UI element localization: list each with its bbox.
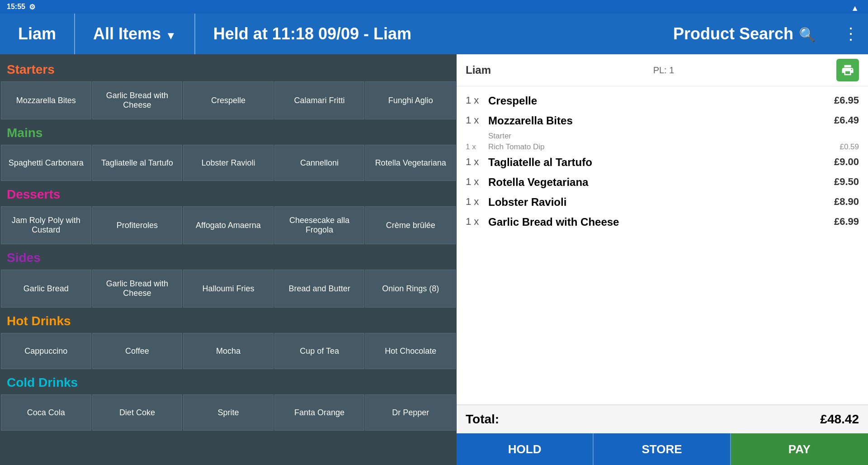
order-item-name: Rich Tomato Dip — [488, 142, 840, 152]
menu-item[interactable]: Cup of Tea — [274, 333, 365, 369]
order-actions: HOLD STORE PAY — [457, 433, 868, 465]
menu-item[interactable]: Crespelle — [183, 81, 274, 119]
category-selector[interactable]: All Items — [75, 14, 195, 54]
held-order-info: Held at 11:18 09/09 - Liam — [195, 24, 655, 43]
menu-item[interactable]: Cheesecake alla Frogola — [274, 206, 365, 244]
order-item-name: Crespelle — [488, 95, 834, 107]
menu-item[interactable]: Garlic Bread with Cheese — [92, 270, 183, 308]
status-bar: 15:55 ⚙ ▲ — [0, 0, 868, 14]
status-time: 15:55 — [7, 3, 25, 11]
order-item-price: £8.90 — [834, 196, 859, 208]
menu-grid-mains: Spaghetti CarbonaraTagliatelle al Tartuf… — [0, 144, 457, 182]
menu-item[interactable]: Jam Roly Poly with Custard — [1, 206, 91, 244]
menu-item[interactable]: Halloumi Fries — [183, 270, 274, 308]
menu-item[interactable]: Diet Coke — [92, 394, 183, 431]
order-item-qty: 1 x — [466, 95, 488, 106]
order-item-sub: 1 xRich Tomato Dip£0.59 — [457, 142, 868, 152]
menu-item[interactable]: Bread and Butter — [274, 270, 365, 308]
order-item-qty: 1 x — [466, 196, 488, 208]
order-item-name: Tagliatelle al Tartufo — [488, 156, 834, 169]
top-bar: Liam All Items Held at 11:18 09/09 - Lia… — [0, 14, 868, 54]
menu-item[interactable]: Tagliatelle al Tartufo — [92, 145, 183, 181]
order-items-list: 1 xCrespelle£6.951 xMozzarella Bites£6.4… — [457, 86, 868, 404]
print-button[interactable] — [836, 59, 859, 81]
menu-item[interactable]: Rotella Vegetariana — [365, 145, 456, 181]
menu-item[interactable]: Funghi Aglio — [365, 81, 456, 119]
menu-item[interactable]: Affogato Amaerna — [183, 206, 274, 244]
order-item-sublabel: Starter — [457, 131, 868, 142]
store-button[interactable]: STORE — [594, 433, 731, 465]
order-item-qty: 1 x — [466, 114, 488, 126]
menu-item[interactable]: Coca Cola — [1, 394, 91, 431]
category-header-starters: Starters — [0, 59, 457, 81]
category-header-desserts: Desserts — [0, 184, 457, 205]
menu-item[interactable]: Garlic Bread with Cheese — [92, 81, 183, 119]
order-item-price: £6.49 — [834, 114, 859, 126]
order-item[interactable]: 1 xMozzarella Bites£6.49 — [457, 111, 868, 131]
menu-item[interactable]: Calamari Fritti — [274, 81, 365, 119]
order-item[interactable]: 1 xTagliatelle al Tartufo£9.00 — [457, 152, 868, 172]
menu-grid-desserts: Jam Roly Poly with CustardProfiterolesAf… — [0, 205, 457, 245]
pay-button[interactable]: PAY — [731, 433, 868, 465]
search-icon — [799, 24, 816, 43]
category-header-mains: Mains — [0, 122, 457, 144]
menu-item[interactable]: Profiteroles — [92, 206, 183, 244]
menu-item[interactable]: Hot Chocolate — [365, 333, 456, 369]
menu-grid-sides: Garlic BreadGarlic Bread with CheeseHall… — [0, 269, 457, 308]
menu-grid-cold-drinks: Coca ColaDiet CokeSpriteFanta OrangeDr P… — [0, 394, 457, 432]
order-item-name: Mozzarella Bites — [488, 114, 834, 127]
order-item-qty: 1 x — [466, 176, 488, 188]
order-panel: Liam PL: 1 1 xCrespelle£6.951 xMozzarell… — [457, 54, 868, 465]
order-user: Liam — [466, 64, 491, 76]
total-amount: £48.42 — [820, 412, 859, 427]
menu-item[interactable]: Spaghetti Carbonara — [1, 145, 91, 181]
menu-grid-hot-drinks: CappuccinoCoffeeMochaCup of TeaHot Choco… — [0, 332, 457, 370]
order-item-price: £9.00 — [834, 156, 859, 168]
order-header: Liam PL: 1 — [457, 54, 868, 86]
product-search-button[interactable]: Product Search — [655, 24, 834, 43]
menu-item[interactable]: Onion Rings (8) — [365, 270, 456, 308]
order-item-name: Garlic Bread with Cheese — [488, 216, 834, 228]
menu-item[interactable]: Lobster Ravioli — [183, 145, 274, 181]
menu-item[interactable]: Mozzarella Bites — [1, 81, 91, 119]
menu-item[interactable]: Fanta Orange — [274, 394, 365, 431]
menu-item[interactable]: Garlic Bread — [1, 270, 91, 308]
order-item-name: Lobster Ravioli — [488, 196, 834, 209]
chevron-down-icon — [165, 24, 176, 43]
order-item-qty: 1 x — [466, 216, 488, 228]
category-label: All Items — [93, 24, 161, 43]
order-item-name: Rotella Vegetariana — [488, 176, 834, 189]
order-item-qty: 1 x — [466, 142, 488, 152]
order-item-qty: 1 x — [466, 156, 488, 168]
category-header-cold-drinks: Cold Drinks — [0, 372, 457, 394]
menu-item[interactable]: Dr Pepper — [365, 394, 456, 431]
settings-icon: ⚙ — [29, 3, 35, 11]
menu-grid-starters: Mozzarella BitesGarlic Bread with Cheese… — [0, 81, 457, 120]
menu-panel: StartersMozzarella BitesGarlic Bread wit… — [0, 54, 457, 465]
product-search-label: Product Search — [673, 24, 793, 43]
order-item-price: £6.95 — [834, 95, 859, 106]
order-item[interactable]: 1 xCrespelle£6.95 — [457, 91, 868, 111]
user-name[interactable]: Liam — [0, 14, 75, 54]
category-header-sides: Sides — [0, 247, 457, 269]
order-item[interactable]: 1 xGarlic Bread with Cheese£6.99 — [457, 212, 868, 232]
order-total: Total: £48.42 — [457, 404, 868, 433]
menu-item[interactable]: Mocha — [183, 333, 274, 369]
category-header-hot-drinks: Hot Drinks — [0, 310, 457, 332]
main-layout: StartersMozzarella BitesGarlic Bread wit… — [0, 54, 868, 465]
menu-item[interactable]: Coffee — [92, 333, 183, 369]
order-item-price: £9.50 — [834, 176, 859, 188]
order-item[interactable]: 1 xLobster Ravioli£8.90 — [457, 192, 868, 212]
menu-item[interactable]: Cannelloni — [274, 145, 365, 181]
menu-item[interactable]: Cappuccino — [1, 333, 91, 369]
menu-item[interactable]: Sprite — [183, 394, 274, 431]
hold-button[interactable]: HOLD — [457, 433, 594, 465]
order-pl: PL: 1 — [653, 65, 675, 76]
menu-icon[interactable]: ⋮ — [834, 24, 868, 43]
order-item-price: £0.59 — [840, 142, 859, 152]
order-item[interactable]: 1 xRotella Vegetariana£9.50 — [457, 172, 868, 192]
order-item-price: £6.99 — [834, 216, 859, 228]
menu-item[interactable]: Crème brûlée — [365, 206, 456, 244]
wifi-icon: ▲ — [851, 4, 859, 13]
total-label: Total: — [466, 412, 499, 427]
